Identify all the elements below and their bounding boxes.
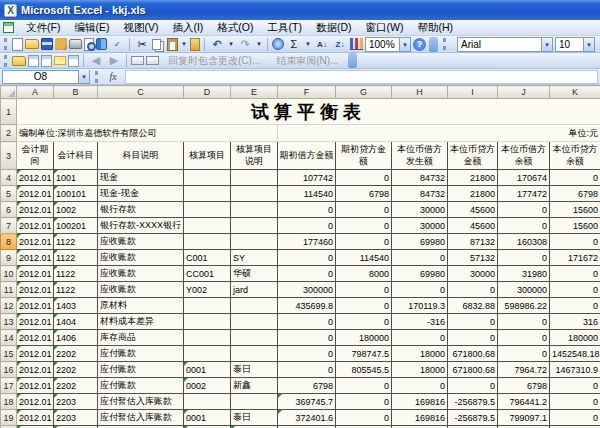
column-header[interactable]: K: [550, 86, 600, 99]
toolbar-drag-handle[interactable]: [4, 38, 7, 50]
font-size-select[interactable]: 10 ▾: [555, 37, 595, 52]
cell[interactable]: 180000: [336, 330, 392, 346]
cell[interactable]: 0: [336, 202, 392, 218]
reply-with-changes-button[interactable]: 回复时包含更改(C)...: [161, 54, 267, 68]
copy-icon[interactable]: [152, 39, 161, 50]
cell[interactable]: 0: [336, 314, 392, 330]
cell[interactable]: [184, 298, 231, 314]
redo-dropdown-icon[interactable]: ▾: [255, 40, 263, 48]
sheet-title[interactable]: 试算平衡表: [17, 99, 600, 125]
cell[interactable]: 18000: [392, 362, 448, 378]
select-all-corner[interactable]: [1, 86, 17, 99]
cell[interactable]: 银行存款: [98, 202, 184, 218]
cell[interactable]: 300000: [498, 282, 550, 298]
cell[interactable]: 1406: [54, 330, 98, 346]
autosum-dropdown-icon[interactable]: ▾: [304, 40, 312, 48]
cell[interactable]: 应收账款: [98, 250, 184, 266]
cell[interactable]: [231, 202, 278, 218]
end-review-button[interactable]: 结束审阅(N)...: [269, 54, 345, 68]
cell[interactable]: C001: [184, 250, 231, 266]
cell[interactable]: 0: [550, 410, 600, 426]
paste-icon[interactable]: [167, 38, 178, 51]
cell[interactable]: [231, 218, 278, 234]
cell[interactable]: 21800: [448, 170, 498, 186]
cell[interactable]: -256879.5: [448, 410, 498, 426]
spelling-icon[interactable]: ✓: [109, 37, 125, 52]
hyperlink-icon[interactable]: [272, 38, 284, 50]
cut-icon[interactable]: ✂: [134, 37, 150, 52]
cell[interactable]: 30000: [448, 266, 498, 282]
table-column-header[interactable]: 期初借方金额: [278, 142, 336, 170]
cell[interactable]: 0: [550, 298, 600, 314]
cell[interactable]: 应收账款: [98, 234, 184, 250]
cell[interactable]: 0: [448, 314, 498, 330]
cell[interactable]: 1404: [54, 314, 98, 330]
cell[interactable]: [231, 186, 278, 202]
formula-input[interactable]: [125, 70, 598, 84]
cell[interactable]: 0: [550, 394, 600, 410]
table-column-header[interactable]: 本位币借方发生额: [392, 142, 448, 170]
name-box-dropdown-icon[interactable]: ▾: [78, 70, 89, 83]
cell[interactable]: 114540: [336, 250, 392, 266]
cell[interactable]: 2012.01: [17, 362, 54, 378]
cell[interactable]: 671800.68: [448, 362, 498, 378]
cell[interactable]: 57132: [448, 250, 498, 266]
cell[interactable]: 805545.5: [336, 362, 392, 378]
table-column-header[interactable]: 科目说明: [98, 142, 184, 170]
cell[interactable]: 2012.01: [17, 218, 54, 234]
cell[interactable]: 2203: [54, 410, 98, 426]
new-document-icon[interactable]: [12, 38, 23, 51]
cell[interactable]: 169816: [392, 394, 448, 410]
cell[interactable]: 应付账款: [98, 378, 184, 394]
column-header[interactable]: D: [184, 86, 231, 99]
cell[interactable]: [231, 314, 278, 330]
row-header[interactable]: 13: [1, 314, 17, 330]
cell[interactable]: [231, 346, 278, 362]
cell[interactable]: 0: [498, 330, 550, 346]
cell[interactable]: 30000: [392, 218, 448, 234]
menu-insert[interactable]: 插入(I): [165, 21, 210, 35]
column-header[interactable]: B: [54, 86, 98, 99]
cell[interactable]: 0: [336, 394, 392, 410]
font-size-dropdown-icon[interactable]: ▾: [583, 38, 594, 51]
cell[interactable]: 1002: [54, 202, 98, 218]
menu-file[interactable]: 文件(F): [19, 21, 67, 35]
menu-help[interactable]: 帮助(H): [410, 21, 460, 35]
cell[interactable]: CC001: [184, 266, 231, 282]
table-column-header[interactable]: 期初贷方金额: [336, 142, 392, 170]
cell[interactable]: 应收账款: [98, 282, 184, 298]
cell[interactable]: 0: [498, 202, 550, 218]
menu-window[interactable]: 窗口(W): [359, 21, 411, 35]
cell[interactable]: 435699.8: [278, 298, 336, 314]
row-header[interactable]: 11: [1, 282, 17, 298]
autosum-icon[interactable]: Σ: [286, 37, 302, 52]
cell[interactable]: 30000: [392, 202, 448, 218]
cell[interactable]: 2012.01: [17, 346, 54, 362]
print-icon[interactable]: [69, 39, 82, 49]
column-header[interactable]: J: [498, 86, 550, 99]
column-header[interactable]: A: [17, 86, 54, 99]
cell[interactable]: 2202: [54, 362, 98, 378]
cell[interactable]: 1122: [54, 250, 98, 266]
next-comment-icon[interactable]: [41, 55, 52, 67]
column-header[interactable]: G: [336, 86, 392, 99]
cell[interactable]: 160308: [498, 234, 550, 250]
cell[interactable]: 材料成本差异: [98, 314, 184, 330]
cell[interactable]: jard: [231, 282, 278, 298]
cell[interactable]: 1122: [54, 234, 98, 250]
cell[interactable]: 应付暂估入库账款: [98, 410, 184, 426]
title-bar[interactable]: X Microsoft Excel - kkj.xls: [0, 0, 600, 20]
table-column-header[interactable]: 本位币借方余额: [498, 142, 550, 170]
insert-function-button[interactable]: fx: [104, 71, 122, 82]
row-header[interactable]: 5: [1, 186, 17, 202]
cell[interactable]: 0: [392, 330, 448, 346]
cell[interactable]: 31980: [498, 266, 550, 282]
cell[interactable]: 2012.01: [17, 170, 54, 186]
cell[interactable]: 180000: [550, 330, 600, 346]
next-change-icon[interactable]: ▶: [106, 53, 122, 68]
cell[interactable]: 0: [336, 282, 392, 298]
cell[interactable]: 796441.2: [498, 394, 550, 410]
cell[interactable]: 0: [278, 346, 336, 362]
cell[interactable]: 799097.1: [498, 410, 550, 426]
cell[interactable]: 87132: [448, 234, 498, 250]
